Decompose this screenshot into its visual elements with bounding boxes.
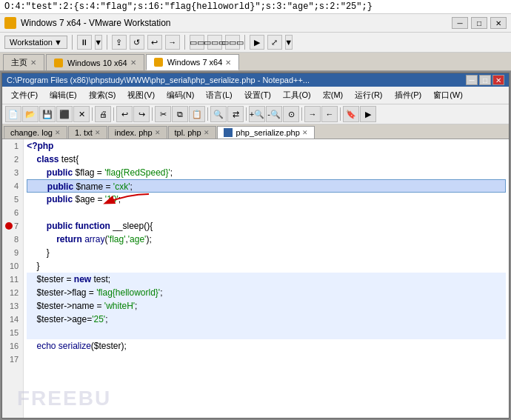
- menu-language[interactable]: 语言(L): [200, 88, 238, 102]
- code-line-10: }: [27, 259, 506, 273]
- notepad-title-controls: ─ □ ✕: [466, 75, 504, 85]
- workstation-label: Workstation: [10, 38, 53, 47]
- tab-home[interactable]: 主页 ✕: [3, 54, 44, 70]
- tab-win7[interactable]: Windows 7 x64 ✕: [146, 54, 240, 70]
- file-tab-index[interactable]: index. php ✕: [108, 126, 167, 139]
- tab-win7-close[interactable]: ✕: [225, 59, 231, 67]
- np-new[interactable]: 📄: [5, 106, 21, 122]
- np-run[interactable]: ▶: [360, 106, 376, 122]
- menu-tools[interactable]: 工具(O): [277, 88, 317, 102]
- np-paste[interactable]: 📋: [189, 106, 205, 122]
- np-print[interactable]: 🖨: [95, 106, 111, 122]
- line-9-num: 9: [14, 246, 19, 259]
- menu-plugins[interactable]: 插件(P): [389, 88, 428, 102]
- tab-home-label: 主页: [11, 57, 27, 68]
- code-line-3: public $flag = 'flag{RedSpeed}';: [27, 166, 506, 179]
- tab-win10[interactable]: Windows 10 x64 ✕: [46, 54, 144, 70]
- file-tab-tpl-close[interactable]: ✕: [204, 129, 210, 136]
- np-find[interactable]: 🔍: [210, 106, 227, 122]
- line-4-num: 4: [14, 179, 19, 193]
- np-redo[interactable]: ↪: [133, 106, 150, 122]
- line-14-num: 14: [10, 313, 19, 326]
- np-sep-2: [113, 107, 114, 121]
- pause-dropdown[interactable]: ▼: [95, 35, 102, 50]
- view-button-3[interactable]: ▭▭▭: [225, 35, 240, 50]
- str-hello: 'flag{helloworld}': [96, 287, 160, 298]
- menu-run[interactable]: 运行(R): [349, 88, 388, 102]
- file-tab-txt-close[interactable]: ✕: [95, 129, 101, 136]
- menu-search[interactable]: 搜索(S): [83, 88, 122, 102]
- file-tab-changelog-close[interactable]: ✕: [55, 129, 61, 136]
- np-open[interactable]: 📂: [22, 106, 39, 122]
- np-cut[interactable]: ✂: [155, 106, 171, 122]
- view-button-1[interactable]: ▭▭: [190, 35, 204, 50]
- line-6-num: 6: [14, 206, 19, 219]
- str-flag2: 'flag': [108, 234, 126, 244]
- line-16-num: 16: [10, 339, 19, 353]
- np-undo[interactable]: ↩: [116, 106, 133, 122]
- revert-button[interactable]: ↩: [147, 35, 162, 50]
- maximize-button[interactable]: □: [471, 17, 487, 29]
- send-ctrl-alt-del-button[interactable]: ⇪: [112, 35, 127, 50]
- line-numbers: 1 2 3 4 5 6 7 8 9 10 11 12 13 14 15 16 1: [2, 139, 24, 418]
- notepad-restore[interactable]: □: [479, 75, 491, 85]
- file-tab-serialize-label: php_serialize.php: [236, 128, 300, 137]
- file-tab-index-label: index. php: [115, 128, 153, 137]
- np-replace[interactable]: ⇄: [227, 106, 244, 122]
- close-button[interactable]: ✕: [490, 17, 507, 29]
- file-tabs: change. log ✕ 1. txt ✕ index. php ✕ tpl.…: [2, 124, 509, 139]
- forward-button[interactable]: →: [165, 35, 180, 50]
- kw-public-3: public: [47, 167, 73, 178]
- file-tab-changelog[interactable]: change. log ✕: [4, 126, 67, 139]
- np-indent[interactable]: →: [304, 106, 321, 122]
- np-save[interactable]: 💾: [39, 106, 56, 122]
- np-outdent[interactable]: ←: [321, 106, 338, 122]
- tab-home-close[interactable]: ✕: [30, 59, 36, 67]
- line-num-1: 1: [5, 139, 20, 153]
- np-save-all[interactable]: ⬛: [56, 106, 73, 122]
- file-tab-serialize[interactable]: php_serialize.php ✕: [217, 126, 315, 139]
- snapshot-button[interactable]: ↺: [130, 35, 144, 50]
- fn-serialize: serialize: [59, 341, 91, 351]
- np-zoom-reset[interactable]: ⊙: [283, 106, 299, 122]
- menu-encoding[interactable]: 编码(N): [161, 88, 200, 102]
- code-line-1: <?php: [27, 139, 506, 153]
- np-zoom-in[interactable]: +🔍: [249, 106, 265, 122]
- menu-view[interactable]: 视图(V): [121, 88, 161, 102]
- fullscreen-dropdown[interactable]: ▼: [285, 35, 293, 50]
- file-tab-tpl[interactable]: tpl. php ✕: [168, 126, 216, 139]
- workstation-menu[interactable]: Workstation ▼: [4, 36, 67, 49]
- view-button-2[interactable]: ▭▭▭: [207, 35, 222, 50]
- np-close[interactable]: ✕: [73, 106, 90, 122]
- np-zoom-out[interactable]: -🔍: [266, 106, 282, 122]
- kw-public-5: public: [47, 194, 73, 204]
- notepad-minimize[interactable]: ─: [466, 75, 478, 85]
- menu-macro[interactable]: 宏(M): [317, 88, 350, 102]
- minimize-button[interactable]: ─: [452, 17, 468, 29]
- line-10-num: 10: [10, 259, 19, 273]
- fullscreen-button[interactable]: ⤢: [267, 35, 282, 50]
- notepad-close[interactable]: ✕: [492, 75, 504, 85]
- line-num-14: 14: [5, 313, 20, 326]
- code-line-12: $tester->flag = 'flag{helloworld}';: [27, 286, 506, 299]
- kw-new: new: [74, 274, 91, 284]
- file-tab-txt[interactable]: 1. txt ✕: [68, 126, 107, 139]
- tab-win10-label: Windows 10 x64: [67, 59, 127, 67]
- code-container: 1 2 3 4 5 6 7 8 9 10 11 12 13 14 15 16 1: [2, 139, 509, 418]
- console-button[interactable]: ▶: [250, 35, 264, 50]
- pause-button[interactable]: ⏸: [77, 35, 92, 50]
- line-num-16: 16: [5, 339, 20, 353]
- line-8-num: 8: [14, 233, 19, 246]
- file-tab-index-close[interactable]: ✕: [155, 129, 161, 136]
- menu-settings[interactable]: 设置(T): [238, 88, 277, 102]
- notepad-title-bar: C:\Program Files (x86)\phpstudy\WWW\php_…: [2, 73, 509, 87]
- menu-file[interactable]: 文件(F): [5, 88, 44, 102]
- file-tab-serialize-close[interactable]: ✕: [302, 129, 308, 136]
- np-bookmark[interactable]: 🔖: [343, 106, 359, 122]
- menu-edit[interactable]: 编辑(E): [44, 88, 83, 102]
- menu-window[interactable]: 窗口(W): [427, 88, 469, 102]
- line-num-8: 8: [5, 233, 20, 246]
- np-copy[interactable]: ⧉: [172, 106, 188, 122]
- tab-win10-close[interactable]: ✕: [130, 59, 136, 67]
- code-line-8: return array('flag','age');: [27, 233, 506, 246]
